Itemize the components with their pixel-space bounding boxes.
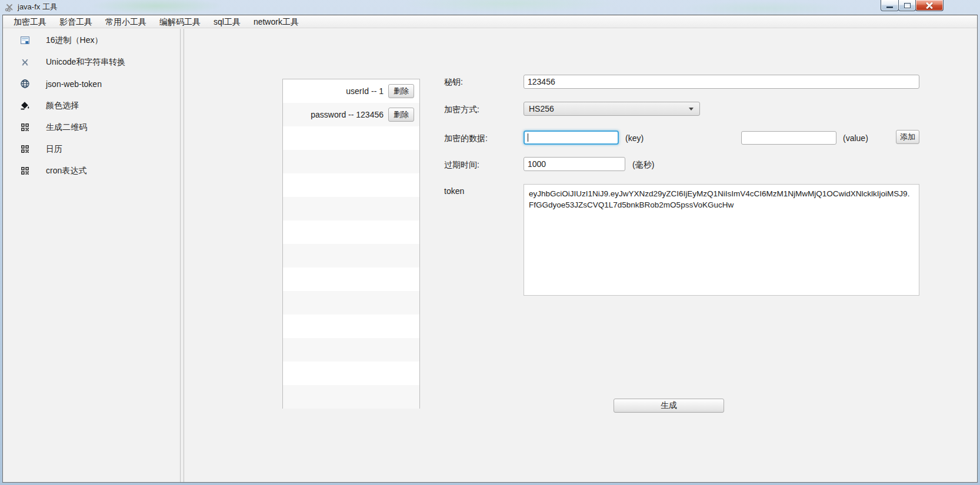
empty-list-row [283,267,419,291]
empty-list-row [283,173,419,197]
unicode-x-icon [20,57,30,67]
sidebar-item-jwt[interactable]: json-web-token [3,73,180,95]
expire-label: 过期时间: [444,160,479,170]
sidebar-item-label: 颜色选择 [46,101,79,111]
sidebar-item-calendar[interactable]: 日历 [3,138,180,160]
sidebar: 16进制（Hex） Unicode和字符串转换 json-web-token 颜… [3,29,180,482]
app-tools-icon [5,2,14,12]
expire-input[interactable] [524,157,625,171]
sidebar-item-label: 16进制（Hex） [46,35,102,46]
algorithm-label: 加密方式: [444,105,479,115]
claim-row[interactable]: password -- 123456 删除 [283,103,419,126]
generate-button[interactable]: 生成 [614,399,724,413]
algorithm-select[interactable]: HS256 [524,102,700,116]
sidebar-item-qrcode[interactable]: 生成二维码 [3,116,180,138]
qrcode-icon [20,122,30,132]
algorithm-selected-value: HS256 [529,104,689,113]
menu-common-tools[interactable]: 常用小工具 [99,15,153,28]
split-pane-divider[interactable] [180,29,184,482]
expire-unit-hint: (毫秒) [632,160,654,170]
data-label: 加密的数据: [444,133,488,144]
minimize-button[interactable] [881,0,899,11]
sidebar-item-label: cron表达式 [46,166,86,176]
empty-list-row [283,315,419,338]
claim-text: password -- 123456 [311,103,384,126]
maximize-icon [904,3,911,8]
menu-sql-tools[interactable]: sql工具 [207,15,247,28]
titlebar-left: java-fx 工具 [5,2,58,12]
delete-claim-button[interactable]: 删除 [388,84,414,98]
calendar-qr-icon [20,144,30,154]
cron-qr-icon [20,166,30,176]
maximize-button[interactable] [898,0,916,11]
jwt-panel: userId -- 1 删除 password -- 123456 删除 [184,29,977,482]
titlebar[interactable]: java-fx 工具 [0,0,980,15]
menu-media-tools[interactable]: 影音工具 [53,15,99,28]
menu-codec-tools[interactable]: 编解码工具 [153,15,207,28]
empty-list-row [283,150,419,173]
empty-list-row [283,338,419,362]
empty-list-row [283,126,419,150]
claims-list: userId -- 1 删除 password -- 123456 删除 [282,79,420,409]
secret-label: 秘钥: [444,77,463,88]
sidebar-item-cron[interactable]: cron表达式 [3,160,180,182]
empty-list-row [283,362,419,385]
sidebar-item-label: json-web-token [46,79,102,89]
delete-claim-button[interactable]: 删除 [388,108,414,122]
token-output[interactable]: eyJhbGciOiJIUzI1NiJ9.eyJwYXNzd29yZCI6IjE… [524,184,919,296]
sidebar-item-label: 日历 [46,144,62,155]
window-frame: 加密工具 影音工具 常用小工具 编解码工具 sql工具 network工具 16… [2,15,978,483]
sidebar-item-label: Unicode和字符串转换 [46,57,125,68]
text-cursor [528,133,528,142]
token-label: token [444,186,464,196]
close-button[interactable] [915,0,944,11]
claim-key-input[interactable] [524,131,619,145]
sidebar-item-unicode[interactable]: Unicode和字符串转换 [3,51,180,73]
minimize-icon [886,6,893,8]
menu-bar: 加密工具 影音工具 常用小工具 编解码工具 sql工具 network工具 [3,15,977,28]
key-hint: (key) [625,133,644,143]
chevron-down-icon [689,108,694,111]
globe-icon [20,79,30,89]
sidebar-item-hex[interactable]: 16进制（Hex） [3,29,180,51]
value-hint: (value) [843,133,868,143]
empty-list-row [283,244,419,267]
sidebar-item-color[interactable]: 颜色选择 [3,95,180,116]
empty-list-row [283,197,419,220]
empty-list-row [283,291,419,315]
claim-text: userId -- 1 [346,79,384,103]
add-claim-button[interactable]: 添加 [896,130,919,144]
menu-encrypt-tools[interactable]: 加密工具 [7,15,53,28]
sidebar-item-label: 生成二维码 [46,122,87,133]
app-window: java-fx 工具 加密工具 影音工具 常用小工具 编解码工具 sql工具 n… [0,0,980,485]
window-controls [881,0,944,11]
hex-panel-icon [20,35,30,45]
color-picker-icon [20,101,30,111]
close-icon [926,2,933,9]
claim-value-input[interactable] [741,131,836,145]
menu-network-tools[interactable]: network工具 [247,15,305,28]
claim-row[interactable]: userId -- 1 删除 [283,79,419,103]
window-title: java-fx 工具 [18,2,58,12]
empty-list-row [283,220,419,244]
secret-input[interactable] [524,75,919,89]
empty-list-row [283,385,419,409]
